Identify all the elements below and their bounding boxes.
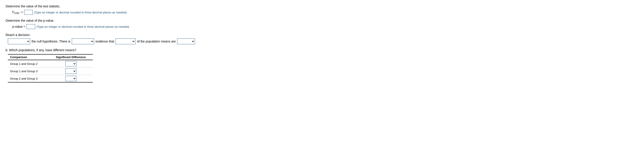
populations-label: b. Which populations, if any, have diffe… — [6, 48, 638, 52]
test-statistic-section: Determine the value of the test statisti… — [6, 4, 638, 15]
evidence-text: evidence that — [96, 40, 114, 43]
populations-section: b. Which populations, if any, have diffe… — [6, 48, 638, 82]
evidence-dropdown[interactable]: sufficient insufficient — [72, 38, 94, 44]
pvalue-row: p-value = (Type an integer or decimal ro… — [12, 24, 638, 29]
group1-group2-dropdown[interactable]: Yes No — [65, 61, 76, 66]
decision-row: Reject Fail to reject the null hypothesi… — [8, 38, 638, 44]
pair-dropdown[interactable]: at least one pair all — [116, 38, 136, 44]
pvalue-input[interactable] — [26, 24, 35, 29]
comparison-header: Comparison — [8, 54, 49, 60]
fstat-sub: STAT — [14, 12, 20, 14]
decision-section: Reach a decision. Reject Fail to reject … — [6, 33, 638, 44]
pvalue-label-text: p-value = — [12, 25, 25, 28]
group2-group3-label: Group 2 and Group 3 — [8, 75, 49, 82]
reject-dropdown[interactable]: Reject Fail to reject — [8, 38, 30, 44]
fstat-equals: = — [21, 10, 23, 14]
table-row: Group 1 and Group 2 Yes No — [8, 60, 93, 68]
group1-group3-label: Group 1 and Group 3 — [8, 68, 49, 75]
group2-group3-dropdown[interactable]: Yes No — [65, 76, 76, 81]
sig-diff-header: Significant Difference — [49, 54, 93, 60]
pvalue-label: Determine the value of the p-value. — [6, 19, 638, 22]
fstat-input[interactable] — [24, 10, 33, 15]
pvalue-hint: (Type an integer or decimal rounded to t… — [36, 25, 129, 28]
fstat-row: FSTAT = (Type an integer or decimal roun… — [12, 10, 638, 15]
comparison-table: Comparison Significant Difference Group … — [8, 54, 93, 82]
test-stat-label: Determine the value of the test statisti… — [6, 4, 638, 8]
group1-group3-dropdown[interactable]: Yes No — [65, 68, 76, 74]
null-hyp-text: the null hypothesis. There is — [32, 40, 70, 43]
equal-dropdown[interactable]: equal not equal different — [177, 38, 195, 44]
group1-group2-cell: Yes No — [49, 60, 93, 68]
fstat-label-text: FSTAT — [12, 10, 20, 14]
table-row: Group 2 and Group 3 Yes No — [8, 75, 93, 82]
fstat-hint: (Type an integer or decimal rounded to t… — [34, 11, 127, 14]
table-row: Group 1 and Group 3 Yes No — [8, 68, 93, 75]
group1-group3-cell: Yes No — [49, 68, 93, 75]
group2-group3-cell: Yes No — [49, 75, 93, 82]
group1-group2-label: Group 1 and Group 2 — [8, 60, 49, 68]
pvalue-section: Determine the value of the p-value. p-va… — [6, 19, 638, 29]
pop-means-text: of the population means are — [137, 40, 176, 43]
decision-label: Reach a decision. — [6, 33, 638, 37]
